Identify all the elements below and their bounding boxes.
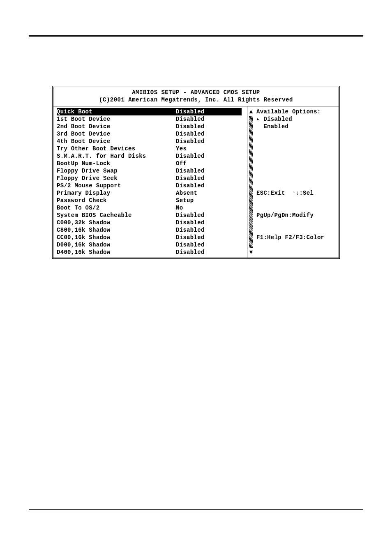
setting-label: PS/2 Mouse Support — [57, 182, 176, 189]
setting-label: 1st Boot Device — [57, 115, 176, 123]
setting-label: D000,16k Shadow — [57, 241, 176, 249]
setting-value: Disabled — [176, 130, 247, 138]
setting-value: Disabled — [176, 152, 247, 160]
setting-value: Disabled — [176, 115, 247, 123]
setting-label: D400,16k Shadow — [57, 249, 176, 256]
option-item[interactable]: Enabled — [256, 123, 335, 130]
bios-copyright: (C)2001 American Megatrends, Inc. All Ri… — [53, 96, 339, 104]
setting-label: Boot To OS/2 — [57, 204, 176, 212]
setting-row[interactable]: Password CheckSetup — [57, 197, 247, 204]
setting-row[interactable]: Quick BootDisabled — [57, 108, 242, 115]
setting-value: Disabled — [176, 182, 247, 189]
setting-row[interactable]: C000,32k ShadowDisabled — [57, 219, 247, 226]
setting-label: Floppy Drive Seek — [57, 175, 176, 182]
setting-row[interactable]: CC00,16k ShadowDisabled — [57, 234, 247, 241]
setting-row[interactable]: C800,16k ShadowDisabled — [57, 226, 247, 234]
scrollbar[interactable]: ▲ ▼ — [247, 106, 255, 258]
options-list: ▸ Disabled Enabled — [256, 115, 335, 130]
footer-keys: ESC:Exit ↑↓:Sel PgUp/PgDn:Modify F1:Help… — [256, 175, 335, 256]
setting-row[interactable]: 3rd Boot DeviceDisabled — [57, 130, 247, 138]
options-heading: Available Options: — [256, 108, 335, 115]
setting-value: Disabled — [176, 123, 247, 130]
setting-value: Disabled — [176, 108, 242, 115]
setting-row[interactable]: D000,16k ShadowDisabled — [57, 241, 247, 249]
setting-label: Try Other Boot Devices — [57, 145, 176, 152]
option-marker-icon: ▸ — [256, 116, 260, 122]
setting-value: Disabled — [176, 167, 247, 175]
footer-key-line: F1:Help F2/F3:Color — [256, 234, 335, 241]
option-marker-icon — [256, 123, 260, 130]
bios-window: AMIBIOS SETUP - ADVANCED CMOS SETUP (C)2… — [52, 86, 340, 259]
options-block: Available Options: ▸ Disabled Enabled — [256, 108, 335, 130]
scroll-down-arrow-icon[interactable]: ▼ — [249, 249, 253, 256]
setting-label: System BIOS Cacheable — [57, 212, 176, 219]
setting-row[interactable]: 1st Boot DeviceDisabled — [57, 115, 247, 123]
setting-row[interactable]: S.M.A.R.T. for Hard DisksDisabled — [57, 152, 247, 160]
setting-row[interactable]: Floppy Drive SwapDisabled — [57, 167, 247, 175]
setting-row[interactable]: BootUp Num-LockOff — [57, 160, 247, 167]
option-item[interactable]: ▸ Disabled — [256, 115, 335, 123]
page-top-divider — [29, 35, 363, 37]
setting-row[interactable]: 2nd Boot DeviceDisabled — [57, 123, 247, 130]
setting-row[interactable]: Floppy Drive SeekDisabled — [57, 175, 247, 182]
option-text: Disabled — [260, 116, 292, 122]
setting-row[interactable]: Primary DisplayAbsent — [57, 189, 247, 197]
footer-key-line: PgUp/PgDn:Modify — [256, 212, 335, 219]
setting-row[interactable]: Boot To OS/2No — [57, 204, 247, 212]
setting-label: Password Check — [57, 197, 176, 204]
bios-header: AMIBIOS SETUP - ADVANCED CMOS SETUP (C)2… — [53, 87, 339, 106]
setting-value: Disabled — [176, 212, 247, 219]
setting-value: Absent — [176, 189, 247, 197]
setting-row[interactable]: D400,16k ShadowDisabled — [57, 249, 247, 256]
setting-label: Quick Boot — [57, 108, 176, 115]
setting-value: No — [176, 204, 247, 212]
footer-key-line: ESC:Exit ↑↓:Sel — [256, 189, 335, 197]
bios-title: AMIBIOS SETUP - ADVANCED CMOS SETUP — [53, 89, 339, 96]
setting-label: C000,32k Shadow — [57, 219, 176, 226]
setting-row[interactable]: 4th Boot DeviceDisabled — [57, 138, 247, 145]
setting-row[interactable]: Try Other Boot DevicesYes — [57, 145, 247, 152]
setting-row[interactable]: System BIOS CacheableDisabled — [57, 212, 247, 219]
setting-label: 4th Boot Device — [57, 138, 176, 145]
setting-value: Disabled — [176, 175, 247, 182]
setting-label: Primary Display — [57, 189, 176, 197]
setting-value: Off — [176, 160, 247, 167]
setting-row[interactable]: PS/2 Mouse SupportDisabled — [57, 182, 247, 189]
setting-value: Yes — [176, 145, 247, 152]
page-bottom-divider — [29, 509, 363, 510]
setting-value: Disabled — [176, 234, 247, 241]
setting-value: Disabled — [176, 219, 247, 226]
setting-label: 2nd Boot Device — [57, 123, 176, 130]
setting-value: Setup — [176, 197, 247, 204]
setting-label: BootUp Num-Lock — [57, 160, 176, 167]
setting-label: 3rd Boot Device — [57, 130, 176, 138]
setting-label: C800,16k Shadow — [57, 226, 176, 234]
setting-value: Disabled — [176, 241, 247, 249]
bios-body: Quick BootDisabled1st Boot DeviceDisable… — [53, 106, 339, 258]
option-text: Enabled — [260, 123, 289, 130]
options-column: Available Options: ▸ Disabled Enabled ES… — [255, 106, 339, 258]
setting-label: CC00,16k Shadow — [57, 234, 176, 241]
setting-value: Disabled — [176, 249, 247, 256]
setting-label: Floppy Drive Swap — [57, 167, 176, 175]
settings-column[interactable]: Quick BootDisabled1st Boot DeviceDisable… — [53, 106, 247, 258]
setting-value: Disabled — [176, 226, 247, 234]
setting-value: Disabled — [176, 138, 247, 145]
scroll-up-arrow-icon[interactable]: ▲ — [249, 108, 253, 115]
setting-label: S.M.A.R.T. for Hard Disks — [57, 152, 176, 160]
scroll-track[interactable] — [249, 116, 253, 248]
